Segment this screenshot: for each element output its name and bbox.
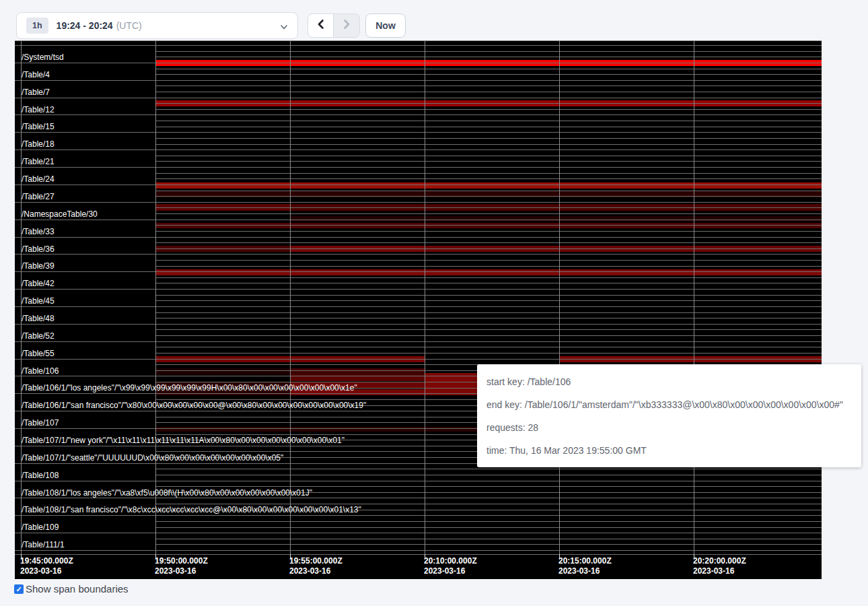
span-boundary-line <box>155 191 822 191</box>
row-boundary-line <box>15 45 155 46</box>
row-label: /Table/108 <box>22 471 59 480</box>
axis-date-label: 2023-03-16 <box>693 566 734 576</box>
span-boundary-line <box>155 481 822 481</box>
span-boundary-line <box>155 207 822 208</box>
span-boundary-line <box>155 121 822 121</box>
row-boundary-line <box>15 376 155 376</box>
span-boundary-line <box>155 144 822 145</box>
axis-date-label: 2023-03-16 <box>289 566 330 576</box>
row-boundary-line <box>15 271 155 272</box>
span-boundary-line <box>155 57 822 57</box>
row-label: /Table/12 <box>22 105 55 114</box>
axis-time-label: 20:20:00.000Z <box>693 556 746 566</box>
row-label: /Table/108/1/"los angeles"/"\xa8\xf5\u00… <box>22 488 312 498</box>
row-boundary-line <box>15 63 155 63</box>
span-boundary-line <box>155 539 822 539</box>
row-boundary-line <box>15 289 155 290</box>
row-boundary-line <box>15 132 155 133</box>
row-label: /Table/15 <box>22 122 55 131</box>
chevron-left-icon <box>316 19 326 32</box>
next-interval-button[interactable] <box>334 13 360 38</box>
span-boundary-line <box>155 324 822 325</box>
row-label: /Table/24 <box>22 174 55 184</box>
span-boundary-line <box>155 225 822 226</box>
tooltip-start-key: start key: /Table/106 <box>486 370 856 393</box>
span-boundary-line <box>155 544 822 545</box>
span-boundary-line <box>155 504 822 504</box>
heat-band <box>155 368 290 375</box>
utc-suffix: (UTC) <box>116 20 142 31</box>
span-boundary-line <box>155 237 822 238</box>
span-boundary-line <box>155 277 822 278</box>
row-boundary-line <box>15 463 155 464</box>
row-boundary-line <box>15 481 155 481</box>
span-boundary-line <box>155 231 822 232</box>
span-boundary-line <box>155 498 822 498</box>
span-boundaries-checkbox[interactable]: ✓ <box>14 584 24 594</box>
span-boundary-line <box>155 213 822 214</box>
span-boundary-line <box>155 486 822 487</box>
span-boundary-line <box>155 98 822 98</box>
axis-date-label: 2023-03-16 <box>558 566 600 576</box>
time-gridline <box>155 41 156 554</box>
chevron-down-icon <box>280 22 288 34</box>
row-boundary-line <box>15 515 155 516</box>
duration-badge: 1h <box>26 18 48 34</box>
row-boundary-line <box>15 202 155 203</box>
prev-interval-button[interactable] <box>308 13 334 38</box>
row-label: /Table/106/1/"san francisco"/"\x80\x00\x… <box>22 401 366 410</box>
now-button[interactable]: Now <box>365 13 406 38</box>
row-label: /NamespaceTable/30 <box>22 209 98 219</box>
row-label: /Table/36 <box>22 244 55 254</box>
row-boundary-line <box>15 446 155 446</box>
span-boundary-line <box>155 475 822 475</box>
span-boundary-line <box>155 127 822 127</box>
row-label: /Table/52 <box>22 331 55 341</box>
row-boundary-line <box>15 324 155 325</box>
key-visualizer-heatmap[interactable]: 19:45:00.000Z2023-03-1619:50:00.000Z2023… <box>15 40 822 579</box>
row-boundary-line <box>15 80 155 81</box>
span-boundary-line <box>155 196 822 197</box>
tooltip-end-key: end key: /Table/106/1/"amsterdam"/"\xb33… <box>486 393 856 416</box>
row-label: /Table/107/1/"new york"/"\x11\x11\x11\x1… <box>22 436 345 445</box>
span-boundary-line <box>155 266 822 267</box>
row-boundary-line <box>15 411 155 411</box>
row-label: /Table/18 <box>22 139 55 149</box>
time-range-label: 19:24 - 20:24 <box>57 20 113 31</box>
span-boundary-line <box>155 51 822 52</box>
span-boundary-line <box>155 74 822 75</box>
axis-date-label: 2023-03-16 <box>20 566 61 576</box>
axis-time-label: 19:55:00.000Z <box>289 556 342 566</box>
span-boundary-line <box>155 329 822 330</box>
row-label: /Table/107 <box>22 418 59 428</box>
span-boundary-line <box>155 359 822 360</box>
axis-time-label: 20:15:00.000Z <box>558 556 612 566</box>
span-boundary-line <box>155 306 822 307</box>
span-boundary-line <box>155 178 822 179</box>
span-boundary-line <box>155 283 822 283</box>
span-boundary-line <box>155 347 822 347</box>
time-range-selector[interactable]: 1h 19:24 - 20:24 (UTC) <box>16 12 298 39</box>
axis-time-label: 19:50:00.000Z <box>155 556 208 566</box>
span-boundary-line <box>155 341 822 342</box>
span-boundary-line <box>155 295 822 296</box>
row-label: /System/tsd <box>22 53 64 62</box>
time-nav-group <box>308 13 360 38</box>
row-label: /Table/109 <box>22 523 59 532</box>
row-label: /Table/45 <box>22 296 55 306</box>
span-boundary-line <box>155 63 822 63</box>
span-boundary-line <box>155 92 822 92</box>
span-boundary-line <box>155 114 822 115</box>
chevron-right-icon <box>342 19 351 32</box>
row-label: /Table/42 <box>22 279 55 288</box>
row-boundary-line <box>15 237 155 238</box>
span-boundary-line <box>155 271 822 272</box>
span-boundary-line <box>155 161 822 162</box>
row-label: /Table/48 <box>22 314 55 323</box>
row-boundary-line <box>15 359 155 360</box>
span-boundary-line <box>155 300 822 301</box>
row-boundary-line <box>15 220 155 220</box>
span-boundary-line <box>155 132 822 133</box>
footer: ✓ Show span boundaries <box>14 583 129 595</box>
span-boundary-line <box>155 527 822 528</box>
